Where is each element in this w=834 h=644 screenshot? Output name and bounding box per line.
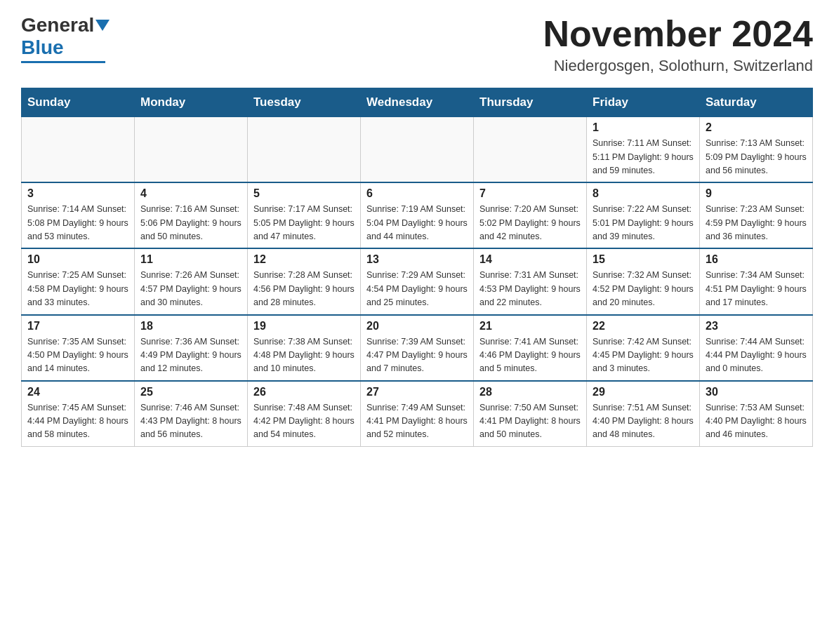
day-info: Sunrise: 7:14 AM Sunset: 5:08 PM Dayligh… bbox=[27, 203, 128, 243]
calendar-cell: 23Sunrise: 7:44 AM Sunset: 4:44 PM Dayli… bbox=[700, 315, 813, 381]
day-number: 25 bbox=[140, 386, 241, 398]
logo: General Blue bbox=[21, 14, 110, 63]
calendar-cell: 28Sunrise: 7:50 AM Sunset: 4:41 PM Dayli… bbox=[474, 381, 587, 447]
day-number: 4 bbox=[140, 187, 241, 200]
logo-general-text: General bbox=[21, 14, 94, 36]
calendar-cell: 12Sunrise: 7:28 AM Sunset: 4:56 PM Dayli… bbox=[248, 248, 361, 314]
day-number: 13 bbox=[366, 253, 468, 266]
logo-underline bbox=[21, 61, 105, 63]
calendar-cell: 25Sunrise: 7:46 AM Sunset: 4:43 PM Dayli… bbox=[135, 381, 248, 447]
calendar-cell: 1Sunrise: 7:11 AM Sunset: 5:11 PM Daylig… bbox=[587, 117, 700, 183]
month-title: November 2024 bbox=[543, 14, 813, 54]
day-info: Sunrise: 7:26 AM Sunset: 4:57 PM Dayligh… bbox=[140, 269, 241, 309]
day-info: Sunrise: 7:51 AM Sunset: 4:40 PM Dayligh… bbox=[593, 401, 694, 442]
calendar-cell: 15Sunrise: 7:32 AM Sunset: 4:52 PM Dayli… bbox=[587, 248, 700, 314]
day-number: 3 bbox=[27, 187, 128, 200]
calendar-table: Sunday Monday Tuesday Wednesday Thursday… bbox=[21, 88, 813, 447]
day-info: Sunrise: 7:44 AM Sunset: 4:44 PM Dayligh… bbox=[706, 335, 807, 376]
calendar-cell: 2Sunrise: 7:13 AM Sunset: 5:09 PM Daylig… bbox=[700, 117, 813, 183]
title-block: November 2024 Niedergosgen, Solothurn, S… bbox=[543, 14, 813, 75]
day-info: Sunrise: 7:11 AM Sunset: 5:11 PM Dayligh… bbox=[593, 137, 694, 177]
day-number: 10 bbox=[27, 253, 128, 266]
day-info: Sunrise: 7:35 AM Sunset: 4:50 PM Dayligh… bbox=[27, 335, 128, 376]
day-number: 21 bbox=[479, 320, 581, 333]
day-info: Sunrise: 7:19 AM Sunset: 5:04 PM Dayligh… bbox=[366, 203, 468, 243]
calendar-cell: 9Sunrise: 7:23 AM Sunset: 4:59 PM Daylig… bbox=[700, 182, 813, 248]
day-info: Sunrise: 7:13 AM Sunset: 5:09 PM Dayligh… bbox=[706, 137, 807, 177]
day-number: 22 bbox=[593, 320, 694, 333]
header-sunday: Sunday bbox=[22, 88, 135, 117]
calendar-week-1: 1Sunrise: 7:11 AM Sunset: 5:11 PM Daylig… bbox=[22, 117, 813, 183]
header-monday: Monday bbox=[135, 88, 248, 117]
calendar-cell: 6Sunrise: 7:19 AM Sunset: 5:04 PM Daylig… bbox=[361, 182, 474, 248]
calendar-cell: 26Sunrise: 7:48 AM Sunset: 4:42 PM Dayli… bbox=[248, 381, 361, 447]
day-number: 27 bbox=[366, 386, 468, 398]
calendar-cell: 18Sunrise: 7:36 AM Sunset: 4:49 PM Dayli… bbox=[135, 315, 248, 381]
day-info: Sunrise: 7:41 AM Sunset: 4:46 PM Dayligh… bbox=[479, 335, 581, 376]
calendar-cell: 27Sunrise: 7:49 AM Sunset: 4:41 PM Dayli… bbox=[361, 381, 474, 447]
day-info: Sunrise: 7:38 AM Sunset: 4:48 PM Dayligh… bbox=[253, 335, 355, 376]
day-number: 28 bbox=[479, 386, 581, 398]
day-info: Sunrise: 7:28 AM Sunset: 4:56 PM Dayligh… bbox=[253, 269, 355, 309]
day-number: 1 bbox=[593, 121, 694, 134]
calendar-week-2: 3Sunrise: 7:14 AM Sunset: 5:08 PM Daylig… bbox=[22, 182, 813, 248]
day-number: 15 bbox=[593, 253, 694, 266]
calendar-cell bbox=[474, 117, 587, 183]
day-info: Sunrise: 7:49 AM Sunset: 4:41 PM Dayligh… bbox=[366, 401, 468, 442]
day-info: Sunrise: 7:50 AM Sunset: 4:41 PM Dayligh… bbox=[479, 401, 581, 442]
location-title: Niedergosgen, Solothurn, Switzerland bbox=[543, 57, 813, 75]
calendar-cell: 3Sunrise: 7:14 AM Sunset: 5:08 PM Daylig… bbox=[22, 182, 135, 248]
day-number: 24 bbox=[27, 386, 128, 398]
day-info: Sunrise: 7:46 AM Sunset: 4:43 PM Dayligh… bbox=[140, 401, 241, 442]
calendar-cell: 7Sunrise: 7:20 AM Sunset: 5:02 PM Daylig… bbox=[474, 182, 587, 248]
header-thursday: Thursday bbox=[474, 88, 587, 117]
day-info: Sunrise: 7:53 AM Sunset: 4:40 PM Dayligh… bbox=[706, 401, 807, 442]
day-number: 20 bbox=[366, 320, 468, 333]
header-saturday: Saturday bbox=[700, 88, 813, 117]
calendar-cell: 4Sunrise: 7:16 AM Sunset: 5:06 PM Daylig… bbox=[135, 182, 248, 248]
day-info: Sunrise: 7:22 AM Sunset: 5:01 PM Dayligh… bbox=[593, 203, 694, 243]
header-tuesday: Tuesday bbox=[248, 88, 361, 117]
day-number: 18 bbox=[140, 320, 241, 333]
day-number: 8 bbox=[593, 187, 694, 200]
calendar-cell bbox=[248, 117, 361, 183]
header-wednesday: Wednesday bbox=[361, 88, 474, 117]
calendar-cell: 13Sunrise: 7:29 AM Sunset: 4:54 PM Dayli… bbox=[361, 248, 474, 314]
day-info: Sunrise: 7:23 AM Sunset: 4:59 PM Dayligh… bbox=[706, 203, 807, 243]
day-number: 11 bbox=[140, 253, 241, 266]
day-info: Sunrise: 7:32 AM Sunset: 4:52 PM Dayligh… bbox=[593, 269, 694, 309]
day-number: 6 bbox=[366, 187, 468, 200]
calendar-cell: 30Sunrise: 7:53 AM Sunset: 4:40 PM Dayli… bbox=[700, 381, 813, 447]
calendar-cell: 19Sunrise: 7:38 AM Sunset: 4:48 PM Dayli… bbox=[248, 315, 361, 381]
calendar-cell bbox=[22, 117, 135, 183]
calendar-cell: 24Sunrise: 7:45 AM Sunset: 4:44 PM Dayli… bbox=[22, 381, 135, 447]
calendar-cell: 20Sunrise: 7:39 AM Sunset: 4:47 PM Dayli… bbox=[361, 315, 474, 381]
calendar-cell bbox=[361, 117, 474, 183]
calendar-cell: 17Sunrise: 7:35 AM Sunset: 4:50 PM Dayli… bbox=[22, 315, 135, 381]
calendar-cell: 16Sunrise: 7:34 AM Sunset: 4:51 PM Dayli… bbox=[700, 248, 813, 314]
day-number: 30 bbox=[706, 386, 807, 398]
calendar-week-3: 10Sunrise: 7:25 AM Sunset: 4:58 PM Dayli… bbox=[22, 248, 813, 314]
calendar-cell: 8Sunrise: 7:22 AM Sunset: 5:01 PM Daylig… bbox=[587, 182, 700, 248]
day-number: 7 bbox=[479, 187, 581, 200]
header-friday: Friday bbox=[587, 88, 700, 117]
day-info: Sunrise: 7:16 AM Sunset: 5:06 PM Dayligh… bbox=[140, 203, 241, 243]
day-number: 9 bbox=[706, 187, 807, 200]
calendar-cell: 21Sunrise: 7:41 AM Sunset: 4:46 PM Dayli… bbox=[474, 315, 587, 381]
day-number: 19 bbox=[253, 320, 355, 333]
day-number: 17 bbox=[27, 320, 128, 333]
day-number: 16 bbox=[706, 253, 807, 266]
day-info: Sunrise: 7:25 AM Sunset: 4:58 PM Dayligh… bbox=[27, 269, 128, 309]
day-info: Sunrise: 7:31 AM Sunset: 4:53 PM Dayligh… bbox=[479, 269, 581, 309]
day-number: 29 bbox=[593, 386, 694, 398]
day-number: 5 bbox=[253, 187, 355, 200]
day-info: Sunrise: 7:17 AM Sunset: 5:05 PM Dayligh… bbox=[253, 203, 355, 243]
calendar-cell: 5Sunrise: 7:17 AM Sunset: 5:05 PM Daylig… bbox=[248, 182, 361, 248]
day-info: Sunrise: 7:48 AM Sunset: 4:42 PM Dayligh… bbox=[253, 401, 355, 442]
day-info: Sunrise: 7:45 AM Sunset: 4:44 PM Dayligh… bbox=[27, 401, 128, 442]
calendar-cell: 14Sunrise: 7:31 AM Sunset: 4:53 PM Dayli… bbox=[474, 248, 587, 314]
calendar-header-row: Sunday Monday Tuesday Wednesday Thursday… bbox=[22, 88, 813, 117]
logo-blue-text: Blue bbox=[21, 36, 64, 59]
calendar-cell bbox=[135, 117, 248, 183]
calendar-cell: 11Sunrise: 7:26 AM Sunset: 4:57 PM Dayli… bbox=[135, 248, 248, 314]
